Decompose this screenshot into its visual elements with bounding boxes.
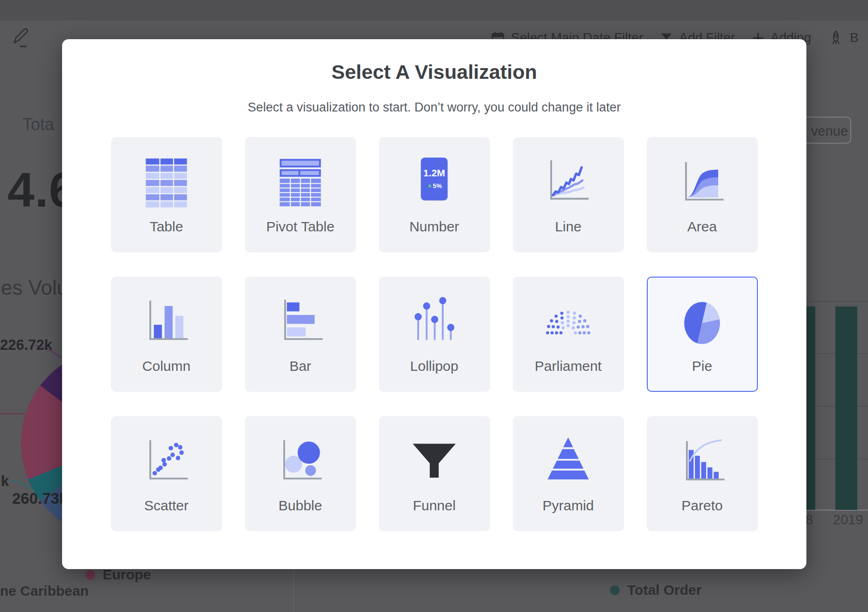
viz-tile-pivot-table[interactable]: Pivot Table (245, 137, 356, 252)
rocket-icon (828, 29, 844, 47)
viz-tile-label: Column (142, 358, 190, 374)
toolbar-item-b[interactable]: B (828, 29, 859, 47)
area-icon (675, 156, 729, 209)
lollipop-icon (407, 295, 461, 349)
viz-tile-label: Pie (692, 358, 712, 374)
column-icon (140, 295, 193, 349)
viz-tile-label: Pivot Table (266, 219, 334, 235)
legend-item-total-order[interactable]: Total Order (610, 582, 701, 598)
edit-pencil-icon[interactable] (11, 25, 30, 50)
pie-data-label: k (1, 473, 9, 490)
viz-tile-number[interactable]: 1.2M 5% Number (379, 137, 490, 252)
pivot-table-icon (273, 156, 327, 209)
column-icon (140, 295, 193, 349)
kpi-title-partial: Tota (22, 115, 54, 134)
pyramid-icon (541, 435, 595, 488)
pyramid-icon (541, 435, 595, 488)
viz-tile-lollipop[interactable]: Lollipop (379, 277, 490, 392)
viz-tile-scatter[interactable]: Scatter (111, 416, 222, 531)
pareto-icon (675, 435, 729, 488)
parliament-icon (541, 295, 595, 349)
rocket-icon (828, 29, 844, 47)
bar-icon (273, 295, 327, 349)
modal-subtitle: Select a visualization to start. Don’t w… (62, 100, 806, 115)
svg-text:5%: 5% (433, 182, 442, 189)
lollipop-icon (407, 295, 461, 349)
viz-tile-label: Table (150, 219, 183, 235)
viz-tile-label: Area (687, 219, 717, 235)
svg-text:1.2M: 1.2M (423, 167, 445, 178)
column-bar (835, 306, 857, 510)
screen: Select Main Date Filter Add Filter Addin… (0, 0, 868, 612)
viz-tile-label: Pareto (681, 498, 722, 514)
viz-tile-label: Bubble (279, 498, 322, 514)
viz-tile-label: Scatter (144, 498, 189, 514)
chart-section-title-partial: es Volu (1, 276, 68, 299)
viz-tile-area[interactable]: Area (647, 137, 758, 252)
viz-tile-line[interactable]: Line (513, 137, 624, 252)
legend-item-caribbean[interactable]: ne Caribbean (0, 583, 89, 599)
viz-tile-parliament[interactable]: Parliament (513, 277, 624, 392)
viz-tile-label: Funnel (413, 498, 456, 514)
line-icon (541, 156, 595, 209)
x-tick-label: 8 (805, 512, 813, 528)
number-icon: 1.2M 5% (407, 156, 461, 209)
x-tick-label: 2019 (833, 512, 863, 528)
browser-top-strip (0, 0, 868, 21)
pareto-icon (675, 435, 729, 488)
legend-dot (610, 585, 620, 595)
pie-icon (675, 295, 729, 349)
viz-tile-pie[interactable]: Pie (647, 277, 758, 392)
funnel-icon (407, 435, 461, 488)
legend-label: ne Caribbean (0, 583, 89, 599)
legend-dot (85, 570, 95, 580)
table-icon (140, 156, 193, 209)
revenue-button-label: venue (811, 124, 848, 139)
viz-tile-label: Pyramid (542, 498, 594, 514)
viz-tile-bubble[interactable]: Bubble (245, 416, 356, 531)
bubble-icon (273, 435, 327, 488)
area-icon (675, 156, 729, 209)
viz-tile-pyramid[interactable]: Pyramid (513, 416, 624, 531)
toolbar-item-label: B (850, 30, 859, 45)
table-icon (140, 156, 193, 209)
viz-tile-label: Line (555, 219, 581, 235)
bubble-icon (273, 435, 327, 488)
scatter-icon (140, 435, 193, 488)
line-icon (541, 156, 595, 209)
legend-label: Total Order (627, 582, 701, 598)
funnel-icon (407, 435, 461, 488)
bar-icon (273, 295, 327, 349)
select-visualization-modal: Select A Visualization Select a visualiz… (62, 39, 806, 569)
viz-tile-table[interactable]: Table (111, 137, 222, 252)
legend-item-europe[interactable]: Europe (85, 567, 151, 583)
pie-data-label: 260.73k (12, 490, 68, 508)
number-icon: 1.2M 5% (407, 156, 461, 209)
card-divider (293, 570, 294, 612)
viz-tile-label: Bar (289, 358, 311, 374)
viz-tile-pareto[interactable]: Pareto (647, 416, 758, 531)
legend-label: Europe (103, 567, 151, 583)
scatter-icon (140, 435, 193, 488)
viz-tile-label: Lollipop (410, 358, 458, 374)
viz-tile-bar[interactable]: Bar (245, 277, 356, 392)
visualization-grid: Table Pivot Table 1.2M 5% Number Line (111, 137, 758, 531)
viz-tile-column[interactable]: Column (111, 277, 222, 392)
pivot-table-icon (273, 156, 327, 209)
viz-tile-funnel[interactable]: Funnel (379, 416, 490, 531)
viz-tile-label: Parliament (535, 358, 602, 374)
pie-data-label: 226.72k (0, 337, 52, 354)
pie-icon (675, 295, 729, 349)
viz-tile-label: Number (409, 219, 459, 235)
modal-title: Select A Visualization (62, 61, 806, 83)
parliament-icon (541, 295, 595, 349)
